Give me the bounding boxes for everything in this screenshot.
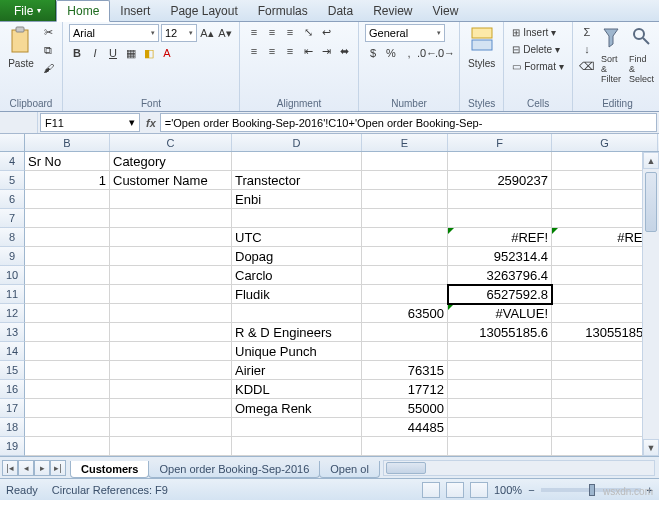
cell-E8[interactable] [362, 228, 448, 247]
cell-C17[interactable] [110, 399, 232, 418]
cell-B4[interactable]: Sr No [25, 152, 110, 171]
cell-B12[interactable] [25, 304, 110, 323]
select-all-corner[interactable] [0, 134, 25, 151]
font-name-combo[interactable]: Arial▾ [69, 24, 159, 42]
cell-F9[interactable]: 952314.4 [448, 247, 552, 266]
cell-D6[interactable]: Enbi [232, 190, 362, 209]
format-painter-icon[interactable]: 🖌 [40, 60, 56, 76]
cell-C11[interactable] [110, 285, 232, 304]
row-header[interactable]: 9 [0, 247, 25, 266]
normal-view-button[interactable] [422, 482, 440, 498]
cell-D16[interactable]: KDDL [232, 380, 362, 399]
sheet-first-icon[interactable]: |◂ [2, 460, 18, 476]
tab-insert[interactable]: Insert [110, 1, 160, 21]
cell-D8[interactable]: UTC [232, 228, 362, 247]
insert-cells-button[interactable]: ⊞Insert ▾ [510, 24, 566, 40]
orientation-icon[interactable]: ⤡ [300, 24, 316, 40]
tab-data[interactable]: Data [318, 1, 363, 21]
cell-E7[interactable] [362, 209, 448, 228]
comma-format-icon[interactable]: , [401, 45, 417, 61]
cell-E10[interactable] [362, 266, 448, 285]
merge-center-icon[interactable]: ⬌ [336, 43, 352, 59]
row-header[interactable]: 8 [0, 228, 25, 247]
cell-D5[interactable]: Transtector [232, 171, 362, 190]
align-center-icon[interactable]: ≡ [264, 43, 280, 59]
cell-F11[interactable]: 6527592.8 [448, 285, 552, 304]
row-header[interactable]: 18 [0, 418, 25, 437]
cell-C8[interactable] [110, 228, 232, 247]
align-bottom-icon[interactable]: ≡ [282, 24, 298, 40]
col-header-C[interactable]: C [110, 134, 232, 151]
cell-F15[interactable] [448, 361, 552, 380]
cell-D7[interactable] [232, 209, 362, 228]
tab-formulas[interactable]: Formulas [248, 1, 318, 21]
hscroll-thumb[interactable] [386, 462, 426, 474]
cell-F6[interactable] [448, 190, 552, 209]
row-header[interactable]: 13 [0, 323, 25, 342]
cell-B16[interactable] [25, 380, 110, 399]
cell-B15[interactable] [25, 361, 110, 380]
cell-F14[interactable] [448, 342, 552, 361]
paste-button[interactable]: Paste [6, 24, 36, 71]
cell-B5[interactable]: 1 [25, 171, 110, 190]
cell-E6[interactable] [362, 190, 448, 209]
col-header-G[interactable]: G [552, 134, 658, 151]
cell-B8[interactable] [25, 228, 110, 247]
cell-E9[interactable] [362, 247, 448, 266]
underline-button[interactable]: U [105, 45, 121, 61]
cell-C7[interactable] [110, 209, 232, 228]
cell-B9[interactable] [25, 247, 110, 266]
page-layout-view-button[interactable] [446, 482, 464, 498]
row-header[interactable]: 14 [0, 342, 25, 361]
row-header[interactable]: 19 [0, 437, 25, 456]
italic-button[interactable]: I [87, 45, 103, 61]
spreadsheet-grid[interactable]: B C D E F G 4Sr NoCategory51Customer Nam… [0, 134, 659, 456]
cell-C18[interactable] [110, 418, 232, 437]
align-top-icon[interactable]: ≡ [246, 24, 262, 40]
cell-C14[interactable] [110, 342, 232, 361]
wrap-text-icon[interactable]: ↩ [318, 24, 334, 40]
cell-C12[interactable] [110, 304, 232, 323]
cell-D19[interactable] [232, 437, 362, 456]
increase-decimal-icon[interactable]: .0← [419, 45, 435, 61]
accounting-format-icon[interactable]: $ [365, 45, 381, 61]
cell-B14[interactable] [25, 342, 110, 361]
cell-F17[interactable] [448, 399, 552, 418]
cell-D4[interactable] [232, 152, 362, 171]
cell-F5[interactable]: 2590237 [448, 171, 552, 190]
cell-E14[interactable] [362, 342, 448, 361]
copy-icon[interactable]: ⧉ [40, 42, 56, 58]
decrease-indent-icon[interactable]: ⇤ [300, 43, 316, 59]
cell-D10[interactable]: Carclo [232, 266, 362, 285]
sheet-tab-customers[interactable]: Customers [70, 461, 149, 478]
cell-E12[interactable]: 63500 [362, 304, 448, 323]
cell-E16[interactable]: 17712 [362, 380, 448, 399]
cell-C10[interactable] [110, 266, 232, 285]
cell-C4[interactable]: Category [110, 152, 232, 171]
find-select-button[interactable]: Find & Select [627, 24, 656, 86]
cell-B7[interactable] [25, 209, 110, 228]
cell-E18[interactable]: 44485 [362, 418, 448, 437]
vertical-scrollbar[interactable]: ▲ ▼ [642, 152, 659, 456]
sort-filter-button[interactable]: Sort & Filter [599, 24, 623, 86]
bold-button[interactable]: B [69, 45, 85, 61]
scroll-up-icon[interactable]: ▲ [643, 152, 659, 169]
cell-F19[interactable] [448, 437, 552, 456]
percent-format-icon[interactable]: % [383, 45, 399, 61]
clear-icon[interactable]: ⌫ [579, 58, 595, 74]
cell-B13[interactable] [25, 323, 110, 342]
cell-B11[interactable] [25, 285, 110, 304]
row-header[interactable]: 5 [0, 171, 25, 190]
number-format-combo[interactable]: General▾ [365, 24, 445, 42]
cell-E13[interactable] [362, 323, 448, 342]
row-header[interactable]: 4 [0, 152, 25, 171]
fill-icon[interactable]: ↓ [579, 41, 595, 57]
cell-D9[interactable]: Dopag [232, 247, 362, 266]
sheet-prev-icon[interactable]: ◂ [18, 460, 34, 476]
col-header-D[interactable]: D [232, 134, 362, 151]
row-header[interactable]: 6 [0, 190, 25, 209]
page-break-view-button[interactable] [470, 482, 488, 498]
cell-F18[interactable] [448, 418, 552, 437]
cell-B18[interactable] [25, 418, 110, 437]
col-header-E[interactable]: E [362, 134, 448, 151]
